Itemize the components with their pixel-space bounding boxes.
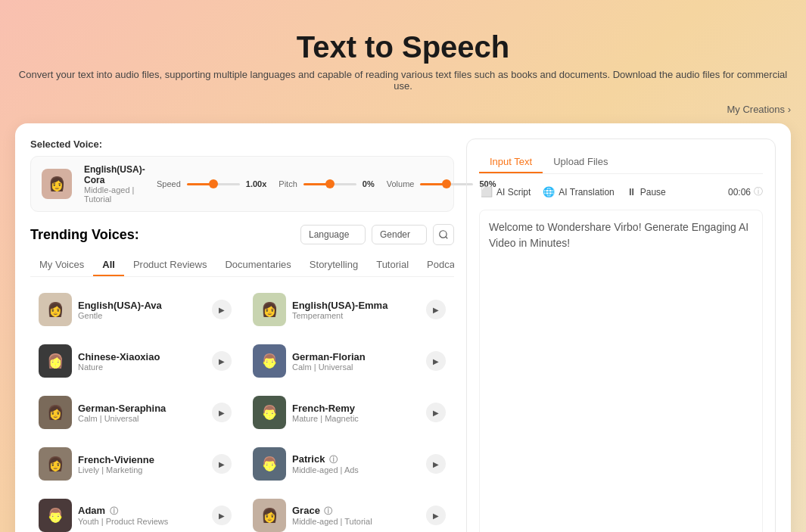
page-header: Text to Speech Convert your text into au… <box>15 15 791 99</box>
right-panel-tabs: Input Text Upload Files <box>479 151 763 174</box>
pitch-slider[interactable] <box>303 183 356 185</box>
ai-script-btn[interactable]: ⬜ AI Script <box>479 183 532 201</box>
tab-my-voices[interactable]: My Voices <box>30 254 93 276</box>
gender-filter[interactable]: Gender <box>372 225 427 244</box>
right-panel: Input Text Upload Files ⬜ AI Script 🌐 AI… <box>466 138 776 532</box>
tab-documentaries[interactable]: Documentaries <box>216 254 300 276</box>
selected-voice-name: English(USA)-Cora <box>84 164 145 185</box>
voice-tags-remy: Mature | Magnetic <box>292 414 420 423</box>
voice-item-remy[interactable]: 👨 French-Remy Mature | Magnetic ▶ <box>244 389 454 436</box>
voice-info-florian: German-Florian Calm | Universal <box>292 351 420 372</box>
speed-label: Speed <box>157 179 181 188</box>
play-btn-patrick[interactable]: ▶ <box>426 454 446 474</box>
trending-header: Trending Voices: Language Gender <box>30 224 454 245</box>
info-icon-grace: ⓘ <box>324 506 332 515</box>
play-btn-seraphina[interactable]: ▶ <box>212 403 232 422</box>
search-icon <box>438 229 449 240</box>
play-btn-florian[interactable]: ▶ <box>426 351 446 371</box>
text-content[interactable]: Welcome to Wondershare Virbo! Generate E… <box>489 219 753 251</box>
ai-translation-btn[interactable]: 🌐 AI Translation <box>541 183 615 201</box>
voice-name-grace: Grace ⓘ <box>292 505 420 517</box>
trending-label: Trending Voices: <box>30 227 139 243</box>
voice-item-vivienne[interactable]: 👩 French-Vivienne Lively | Marketing ▶ <box>30 440 240 487</box>
voice-avatar-emma: 👩 <box>253 293 286 326</box>
voice-avatar-grace: 👩 <box>253 499 286 532</box>
voice-name-xiaoxiao: Chinese-Xiaoxiao <box>78 351 206 362</box>
tab-storytelling[interactable]: Storytelling <box>300 254 367 276</box>
pitch-value: 0% <box>363 179 375 188</box>
voice-avatar-seraphina: 👩 <box>39 396 72 429</box>
voice-avatar-xiaoxiao: 👩 <box>39 344 72 378</box>
volume-slider[interactable] <box>420 183 473 185</box>
timer-info-icon: ⓘ <box>754 185 763 198</box>
voice-info-xiaoxiao: Chinese-Xiaoxiao Nature <box>78 351 206 372</box>
voice-tabs: My Voices All Product Reviews Documentar… <box>30 254 454 277</box>
tab-input-text[interactable]: Input Text <box>479 151 543 173</box>
speed-slider[interactable] <box>187 183 240 185</box>
play-btn-xiaoxiao[interactable]: ▶ <box>212 351 232 371</box>
voice-name-patrick: Patrick ⓘ <box>292 453 420 465</box>
search-button[interactable] <box>433 224 454 245</box>
voice-tags-xiaoxiao: Nature <box>78 362 206 372</box>
ai-tools-row: ⬜ AI Script 🌐 AI Translation ⏸ Pause 00:… <box>479 183 763 201</box>
ai-translation-icon: 🌐 <box>543 186 555 198</box>
voice-item-grace[interactable]: 👩 Grace ⓘ Middle-aged | Tutorial ▶ <box>244 492 454 532</box>
tab-podcasts[interactable]: Podcas... <box>418 254 454 276</box>
voice-tags-vivienne: Lively | Marketing <box>78 465 206 474</box>
voice-tags-ava: Gentle <box>78 311 206 320</box>
voice-item-xiaoxiao[interactable]: 👩 Chinese-Xiaoxiao Nature ▶ <box>30 338 240 384</box>
voice-tags-emma: Temperament <box>292 311 420 320</box>
voice-name-seraphina: German-Seraphina <box>78 403 206 414</box>
play-btn-emma[interactable]: ▶ <box>426 300 446 319</box>
pause-icon: ⏸ <box>627 186 636 198</box>
timer: 00:06 ⓘ <box>728 185 763 198</box>
voice-avatar-ava: 👩 <box>39 293 72 326</box>
voice-avatar-vivienne: 👩 <box>39 447 72 481</box>
voice-info-emma: English(USA)-Emma Temperament <box>292 300 420 320</box>
page-title: Text to Speech <box>15 30 791 64</box>
tab-product-reviews[interactable]: Product Reviews <box>124 254 216 276</box>
voice-name-florian: German-Florian <box>292 351 420 362</box>
voice-item-emma[interactable]: 👩 English(USA)-Emma Temperament ▶ <box>244 286 454 333</box>
voice-name-ava: English(USA)-Ava <box>78 300 206 311</box>
voice-tags-florian: Calm | Universal <box>292 362 420 372</box>
voice-info-ava: English(USA)-Ava Gentle <box>78 300 206 320</box>
voice-info-seraphina: German-Seraphina Calm | Universal <box>78 403 206 423</box>
voice-info-patrick: Patrick ⓘ Middle-aged | Ads <box>292 453 420 474</box>
voice-avatar-remy: 👨 <box>253 396 286 429</box>
play-btn-vivienne[interactable]: ▶ <box>212 454 232 474</box>
ai-translation-label: AI Translation <box>559 187 614 198</box>
ai-script-label: AI Script <box>496 187 531 198</box>
voice-name-remy: French-Remy <box>292 403 420 414</box>
voice-name-emma: English(USA)-Emma <box>292 300 420 311</box>
voice-item-ava[interactable]: 👩 English(USA)-Ava Gentle ▶ <box>30 286 240 333</box>
main-container: Selected Voice: 👩 English(USA)-Cora Midd… <box>15 123 791 532</box>
play-btn-ava[interactable]: ▶ <box>212 300 232 319</box>
voice-avatar-patrick: 👨 <box>253 447 286 481</box>
filter-row: Language Gender <box>300 224 454 245</box>
voice-name-adam: Adam ⓘ <box>78 505 206 517</box>
pause-btn[interactable]: ⏸ Pause <box>625 183 668 201</box>
play-btn-remy[interactable]: ▶ <box>426 403 446 422</box>
left-panel: Selected Voice: 👩 English(USA)-Cora Midd… <box>30 138 454 532</box>
tab-upload-files[interactable]: Upload Files <box>543 151 618 173</box>
language-filter[interactable]: Language <box>300 225 366 244</box>
voice-tags-adam: Youth | Product Reviews <box>78 517 206 526</box>
tab-tutorial[interactable]: Tutorial <box>367 254 418 276</box>
speed-control: Speed 1.00x <box>157 179 266 188</box>
voice-name-vivienne: French-Vivienne <box>78 454 206 465</box>
page-subtitle: Convert your text into audio files, supp… <box>15 69 791 92</box>
voice-item-patrick[interactable]: 👨 Patrick ⓘ Middle-aged | Ads ▶ <box>244 440 454 487</box>
voice-info-grace: Grace ⓘ Middle-aged | Tutorial <box>292 505 420 526</box>
voice-list: 👩 English(USA)-Ava Gentle ▶ 👩 English(US… <box>30 286 454 532</box>
my-creations-link[interactable]: My Creations › <box>727 104 791 115</box>
play-btn-adam[interactable]: ▶ <box>212 506 232 525</box>
voice-item-florian[interactable]: 👨 German-Florian Calm | Universal ▶ <box>244 338 454 384</box>
ai-script-icon: ⬜ <box>481 186 493 198</box>
voice-item-seraphina[interactable]: 👩 German-Seraphina Calm | Universal ▶ <box>30 389 240 436</box>
voice-item-adam[interactable]: 👨 Adam ⓘ Youth | Product Reviews ▶ <box>30 492 240 532</box>
tab-all[interactable]: All <box>93 254 124 276</box>
pitch-label: Pitch <box>279 179 297 188</box>
play-btn-grace[interactable]: ▶ <box>426 506 446 525</box>
svg-line-1 <box>446 237 448 239</box>
